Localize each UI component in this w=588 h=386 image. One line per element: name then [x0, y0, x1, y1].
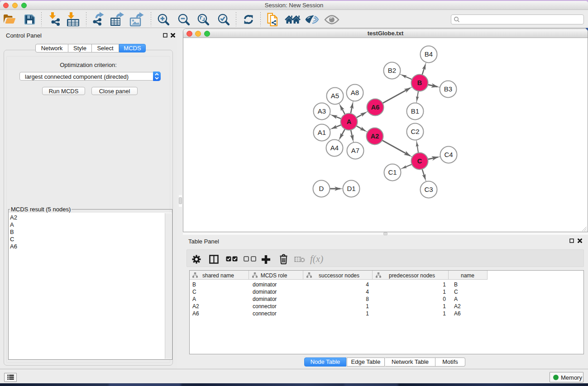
svg-text:A4: A4	[330, 144, 339, 152]
svg-text:A: A	[347, 118, 352, 125]
svg-text:A7: A7	[351, 147, 359, 154]
svg-text:C2: C2	[411, 128, 419, 135]
svg-text:B3: B3	[444, 85, 452, 93]
svg-text:B: B	[417, 79, 422, 86]
svg-text:A1: A1	[318, 129, 326, 136]
svg-text:D1: D1	[347, 185, 355, 192]
svg-text:B2: B2	[388, 67, 396, 74]
svg-text:A2: A2	[371, 133, 379, 140]
svg-text:B1: B1	[411, 107, 419, 115]
svg-text:B4: B4	[425, 50, 433, 58]
svg-text:D: D	[319, 185, 324, 192]
svg-text:C3: C3	[424, 186, 433, 193]
svg-text:C4: C4	[444, 151, 453, 158]
svg-text:A3: A3	[318, 107, 326, 115]
svg-text:A5: A5	[331, 92, 339, 100]
svg-text:C: C	[417, 157, 422, 165]
svg-text:A8: A8	[351, 89, 359, 96]
svg-text:C1: C1	[388, 168, 397, 176]
svg-text:A6: A6	[371, 104, 380, 111]
